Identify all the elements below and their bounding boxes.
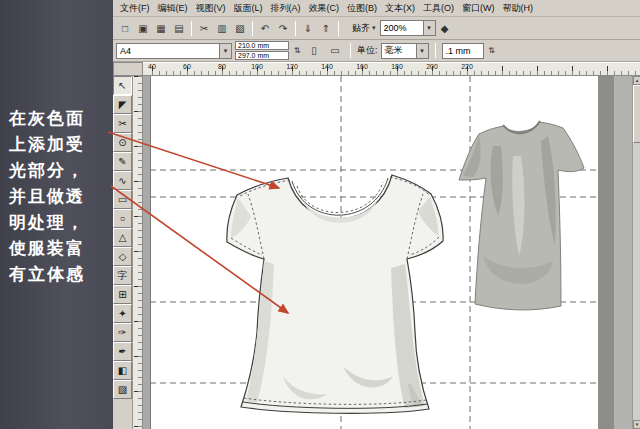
export-icon[interactable]: ⇑ (317, 19, 335, 37)
polygon-tool[interactable]: △ (113, 228, 132, 247)
rectangle-tool[interactable]: ▭ (113, 190, 132, 209)
scrollbar-up-icon[interactable]: ▴ (633, 76, 640, 85)
paste-icon[interactable]: ▧ (231, 19, 249, 37)
new-icon[interactable]: □ (116, 19, 134, 37)
screenshot-root: 在灰色面上添加受光部分，并且做透明处理，使服装富有立体感 文件(F)编辑(E)视… (0, 0, 640, 429)
menu-layout[interactable]: 版面(L) (230, 0, 267, 17)
caption-line: 有立体感 (9, 262, 113, 288)
pick-tool[interactable]: ↖ (113, 76, 132, 95)
paper-width-input[interactable]: 210.0 mm (235, 41, 289, 50)
toolbar-icons: □▣▦▤✂▥▧↶↷⇓⇑ (116, 19, 342, 37)
shape-tool[interactable]: ◤ (113, 95, 132, 114)
paper-preset-combo[interactable]: A4 ▾ (116, 43, 232, 59)
caption-line: 并且做透 (9, 184, 113, 210)
cut-icon[interactable]: ✂ (195, 19, 213, 37)
outline-pen-tool[interactable]: ✒ (113, 342, 132, 361)
save-icon[interactable]: ▦ (152, 19, 170, 37)
ellipse-tool[interactable]: ○ (113, 209, 132, 228)
portrait-button[interactable]: ▯ (305, 42, 323, 60)
redo-icon[interactable]: ↷ (274, 19, 292, 37)
ruler-number: 160 (356, 63, 368, 70)
landscape-button[interactable]: ▭ (326, 42, 344, 60)
menu-effects[interactable]: 效果(C) (305, 0, 344, 17)
caption-line: 明处理， (9, 210, 113, 236)
nudge-spinner-icon[interactable]: ⇅ (487, 46, 497, 55)
freehand-tool[interactable]: ✎ (113, 152, 132, 171)
interactive-blend-tool[interactable]: ✦ (113, 304, 132, 323)
menu-arrange[interactable]: 排列(A) (267, 0, 305, 17)
print-icon[interactable]: ▤ (170, 19, 188, 37)
toolbar-separator (435, 43, 436, 58)
chevron-down-icon: ▾ (423, 21, 435, 35)
undo-icon[interactable]: ↶ (256, 19, 274, 37)
text-tool[interactable]: 字 (113, 266, 132, 285)
caption-line: 上添加受 (9, 132, 113, 158)
fill-tool[interactable]: ◧ (113, 361, 132, 380)
caption-line: 光部分， (9, 158, 113, 184)
basic-shapes-tool[interactable]: ◇ (113, 247, 132, 266)
paper-size-fields: 210.0 mm 297.0 mm (235, 41, 289, 60)
ruler-number: 80 (218, 63, 226, 70)
menu-view[interactable]: 视图(V) (192, 0, 230, 17)
ruler-number: 60 (183, 63, 191, 70)
work-area: ↖◤✂⊙✎∿▭○△◇字⊞✦✑✒◧▨ (113, 76, 640, 429)
coreldraw-window: 文件(F)编辑(E)视图(V)版面(L)排列(A)效果(C)位图(B)文本(X)… (113, 0, 640, 429)
toolbar-separator (338, 21, 339, 36)
zoom-level-value: 200% (384, 23, 407, 33)
crop-tool[interactable]: ✂ (113, 114, 132, 133)
snap-to-dropdown[interactable]: 贴齐▾ (348, 22, 380, 35)
nudge-offset-input[interactable]: .1 mm (442, 43, 484, 59)
chevron-down-icon: ▾ (372, 24, 376, 32)
ruler-number: 180 (391, 63, 403, 70)
table-tool[interactable]: ⊞ (113, 285, 132, 304)
interactive-fill-tool[interactable]: ▨ (113, 380, 132, 399)
menu-tools[interactable]: 工具(O) (419, 0, 458, 17)
toolbar-separator (191, 21, 192, 36)
snap-to-label: 贴齐 (352, 22, 370, 35)
ruler-origin-button[interactable] (113, 62, 143, 76)
eyedropper-tool[interactable]: ✑ (113, 323, 132, 342)
drawing-canvas[interactable]: ▴ ▾ (143, 76, 640, 429)
standard-toolbar: □▣▦▤✂▥▧↶↷⇓⇑ 贴齐▾ 200% ▾ ◆ (113, 17, 640, 40)
toolbar-separator (252, 21, 253, 36)
property-bar: A4 ▾ 210.0 mm 297.0 mm ⇅ ▯ ▭ 单位: 毫米 ▾ .1… (113, 40, 640, 62)
zoom-level-combo[interactable]: 200% ▾ (380, 20, 436, 36)
nudge-offset-value: .1 mm (446, 46, 471, 56)
ruler-number: 140 (321, 63, 333, 70)
ruler-number: 120 (286, 63, 298, 70)
menu-text[interactable]: 文本(X) (381, 0, 419, 17)
menu-file[interactable]: 文件(F) (116, 0, 154, 17)
zoom-tool[interactable]: ⊙ (113, 133, 132, 152)
toolbox: ↖◤✂⊙✎∿▭○△◇字⊞✦✑✒◧▨ (113, 76, 133, 429)
ruler-number: 220 (461, 63, 473, 70)
copy-icon[interactable]: ▥ (213, 19, 231, 37)
vertical-scrollbar[interactable]: ▴ ▾ (632, 76, 640, 429)
paper-size-spinner-icon[interactable]: ⇅ (292, 46, 302, 55)
horizontal-ruler[interactable]: 406080100120140160180200220 (143, 62, 640, 76)
menu-window[interactable]: 窗口(W) (458, 0, 499, 17)
ruler-row: 406080100120140160180200220 (113, 62, 640, 76)
smart-drawing-tool[interactable]: ∿ (113, 171, 132, 190)
menu-edit[interactable]: 编辑(E) (154, 0, 192, 17)
menu-bitmaps[interactable]: 位图(B) (343, 0, 381, 17)
chevron-down-icon: ▾ (416, 44, 428, 58)
paper-preset-value: A4 (120, 46, 131, 56)
caption-panel: 在灰色面上添加受光部分，并且做透明处理，使服装富有立体感 (0, 0, 113, 429)
units-combo[interactable]: 毫米 ▾ (381, 43, 429, 59)
pasteboard (614, 76, 632, 429)
chevron-down-icon: ▾ (219, 44, 231, 58)
toolbar-separator (295, 21, 296, 36)
caption-line: 使服装富 (9, 236, 113, 262)
document-page[interactable] (150, 76, 598, 429)
open-icon[interactable]: ▣ (134, 19, 152, 37)
ruler-number: 40 (148, 63, 156, 70)
scrollbar-down-icon[interactable]: ▾ (633, 420, 640, 429)
vertical-ruler[interactable] (133, 76, 143, 429)
paper-height-input[interactable]: 297.0 mm (235, 51, 289, 60)
units-value: 毫米 (385, 44, 403, 57)
import-icon[interactable]: ⇓ (299, 19, 317, 37)
menu-help[interactable]: 帮助(H) (499, 0, 538, 17)
ruler-number: 200 (426, 63, 438, 70)
options-icon[interactable]: ◆ (436, 19, 454, 37)
scrollbar-thumb[interactable] (633, 85, 640, 143)
